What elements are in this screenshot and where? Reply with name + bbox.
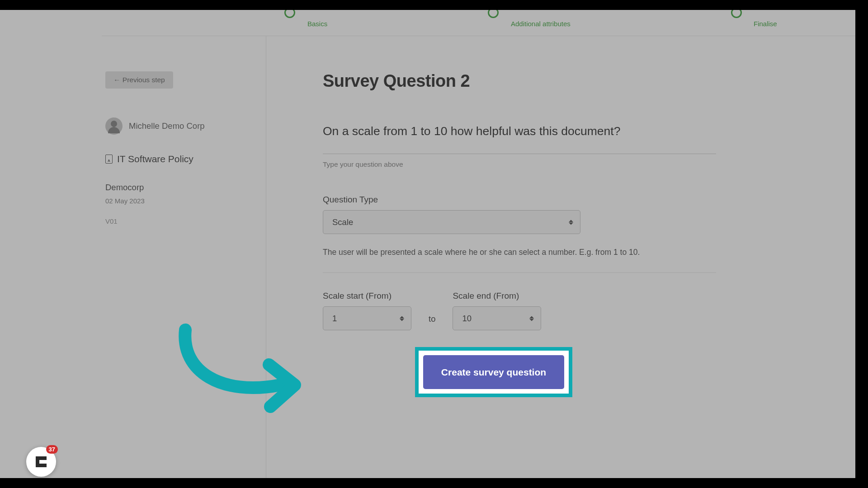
question-type-description: The user will be presented a scale where… (323, 248, 726, 257)
pdf-icon (105, 155, 113, 164)
page-title: Survey Question 2 (323, 71, 726, 91)
scale-end-col: Scale end (From) 10 (453, 291, 541, 330)
help-widget-button[interactable]: 37 (26, 447, 56, 477)
scale-start-col: Scale start (From) 1 (323, 291, 411, 330)
step-3-label[interactable]: Finalise (754, 20, 777, 28)
tutorial-highlight-frame: Create survey question (415, 347, 572, 397)
user-name: Michelle Demo Corp (129, 121, 205, 131)
scale-end-select[interactable]: 10 (453, 306, 541, 330)
document-title: IT Software Policy (117, 154, 193, 164)
widget-logo-icon (33, 454, 49, 470)
user-row: Michelle Demo Corp (105, 117, 252, 135)
app-shell: Basics Additional attributes Finalise ← … (0, 10, 855, 478)
create-survey-question-button[interactable]: Create survey question (423, 355, 564, 389)
document-row[interactable]: IT Software Policy (105, 154, 252, 164)
scale-to-word: to (429, 314, 435, 330)
question-type-select-wrap: Scale (323, 210, 580, 234)
letterbox-right (855, 0, 868, 488)
sidebar: ← Previous step Michelle Demo Corp IT So… (102, 36, 266, 478)
question-helper-text: Type your question above (323, 160, 726, 169)
main-panel: Survey Question 2 Type your question abo… (266, 36, 754, 478)
wizard-stepper: Basics Additional attributes Finalise (102, 10, 855, 36)
org-version: V01 (105, 217, 252, 225)
previous-step-button[interactable]: ← Previous step (105, 71, 173, 89)
divider (323, 272, 716, 273)
scale-row: Scale start (From) 1 to Scale end (From)… (323, 291, 726, 330)
content-row: ← Previous step Michelle Demo Corp IT So… (102, 36, 754, 478)
scale-start-label: Scale start (From) (323, 291, 411, 301)
scale-start-select[interactable]: 1 (323, 306, 411, 330)
org-date: 02 May 2023 (105, 197, 252, 205)
org-name: Democorp (105, 183, 252, 192)
notification-badge: 37 (46, 445, 58, 454)
step-1-label[interactable]: Basics (307, 20, 327, 28)
avatar-icon (105, 117, 123, 135)
question-text-input[interactable] (323, 124, 716, 154)
scale-end-label: Scale end (From) (453, 291, 541, 301)
letterbox-bottom (0, 478, 868, 488)
question-type-label: Question Type (323, 195, 726, 205)
step-2-label[interactable]: Additional attributes (511, 20, 571, 28)
letterbox-top (0, 0, 868, 10)
question-type-select[interactable]: Scale (323, 210, 580, 234)
